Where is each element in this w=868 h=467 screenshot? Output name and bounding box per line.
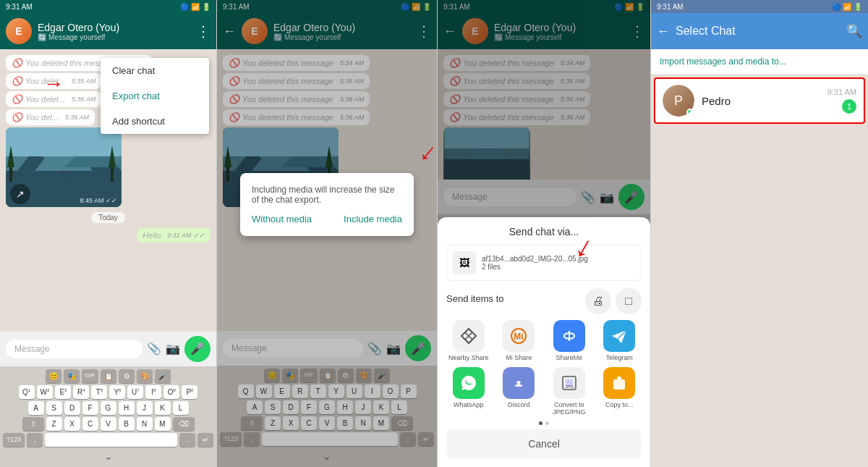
pedro-name: Pedro xyxy=(702,95,820,107)
kb-sticker[interactable]: 🎭 xyxy=(64,369,80,383)
kb-s[interactable]: S xyxy=(46,401,62,415)
kb-m[interactable]: M xyxy=(155,417,171,431)
btn-without-media[interactable]: Without media xyxy=(252,214,312,224)
kb-c[interactable]: C xyxy=(82,417,98,431)
export-modal-text: Including media will increase the size o… xyxy=(252,185,402,205)
kb-f[interactable]: F xyxy=(82,401,98,415)
discord-icon xyxy=(503,367,535,399)
app-copy-to[interactable]: Copy to... xyxy=(597,367,642,416)
send-sheet: Send chat via... 🖼 af13b4...abd0d2_IMG-2… xyxy=(438,217,650,467)
share-icon[interactable]: ↗ xyxy=(10,184,30,204)
kb-enter[interactable]: ↵ xyxy=(197,433,213,447)
kb-e[interactable]: E3 xyxy=(55,385,71,399)
kb-del[interactable]: ⌫ xyxy=(173,417,195,431)
kb-u[interactable]: U7 xyxy=(127,385,143,399)
kb-d[interactable]: D xyxy=(64,401,80,415)
app-shareme[interactable]: ShareMe xyxy=(547,320,592,361)
header-info-1: Edgar Otero (You) 🔄 Message yourself xyxy=(38,22,190,41)
kb-i[interactable]: I8 xyxy=(145,385,161,399)
kb-mic2[interactable]: 🎤 xyxy=(155,369,171,383)
contact-pedro[interactable]: P Pedro 9:31 AM 1 xyxy=(654,77,865,124)
copy-to-label: Copy to... xyxy=(605,401,634,408)
discord-label: Discord xyxy=(508,401,530,408)
sent-msg: Hello 9:31 AM ✓✓ xyxy=(137,228,210,243)
app-grid: Nearby Share Mi Mi Share xyxy=(446,320,642,361)
mi-share-label: Mi Share xyxy=(506,354,532,361)
kb-settings[interactable]: ⚙ xyxy=(119,369,135,383)
kb-emoji[interactable]: 😊 xyxy=(46,369,61,383)
kb-o[interactable]: O9 xyxy=(163,385,179,399)
file-thumb-icon: 🖼 xyxy=(453,251,476,274)
context-add-shortcut[interactable]: Add shortcut xyxy=(101,109,209,134)
message-input-1[interactable]: Message xyxy=(6,340,142,358)
kb-num-toggle[interactable]: ?123 xyxy=(3,433,25,447)
attach-icon-1[interactable]: 📎 xyxy=(147,342,161,355)
context-clear-chat[interactable]: Clear chat xyxy=(101,58,209,83)
kb-period[interactable]: . xyxy=(179,433,195,447)
kb-q[interactable]: Q1 xyxy=(19,385,35,399)
kb-w[interactable]: W2 xyxy=(37,385,54,399)
file-info: af13b4...abd0d2_IMG-20...05.jpg 2 files xyxy=(482,255,588,271)
panel-2-export-modal: 9:31 AM 🔵 📶 🔋 ← E Edgar Otero (You) 🔄 Me… xyxy=(217,0,438,467)
kb-row-num: 😊 🎭 GIF 📋 ⚙ 🎨 🎤 xyxy=(3,369,213,383)
camera-icon-1[interactable]: 📷 xyxy=(166,342,180,355)
time-1: 9:31 AM xyxy=(6,3,33,11)
arrow-2: ↓ xyxy=(414,136,438,168)
kb-h[interactable]: H xyxy=(119,401,135,415)
mi-share-icon: Mi xyxy=(503,320,535,352)
kb-j[interactable]: J xyxy=(137,401,153,415)
kb-n[interactable]: N xyxy=(137,417,153,431)
app-mi-share[interactable]: Mi Mi Share xyxy=(497,320,542,361)
mic-btn-1[interactable]: 🎤 xyxy=(184,336,210,362)
share-copy-btn[interactable]: □ xyxy=(616,288,642,314)
share-link-btn[interactable]: 🖨 xyxy=(585,288,611,314)
nearby-share-icon xyxy=(453,320,485,352)
kb-p[interactable]: P0 xyxy=(182,385,197,399)
contact-info-pedro: Pedro xyxy=(702,95,820,107)
kb-z[interactable]: Z xyxy=(46,417,62,431)
whatsapp-icon xyxy=(453,367,485,399)
kb-more[interactable]: 🎨 xyxy=(137,369,153,383)
kb-k[interactable]: K xyxy=(155,401,171,415)
select-chat-title: Select Chat xyxy=(676,25,841,38)
btn-include-media[interactable]: Include media xyxy=(344,214,402,224)
app-telegram[interactable]: Telegram xyxy=(597,320,642,361)
search-icon-4[interactable]: 🔍 xyxy=(846,23,862,39)
app-convert[interactable]: JPG Convert to JPEG/PNG xyxy=(547,367,592,416)
kb-t[interactable]: T5 xyxy=(91,385,107,399)
kb-b[interactable]: B xyxy=(119,417,135,431)
modal-container: ↓ Including media will increase the size… xyxy=(217,0,437,467)
pedro-avatar: P xyxy=(663,85,694,117)
kb-clipboard[interactable]: 📋 xyxy=(101,369,116,383)
kb-gif[interactable]: GIF xyxy=(82,369,98,383)
kb-y[interactable]: Y6 xyxy=(109,385,125,399)
whatsapp-label: WhatsApp xyxy=(454,401,484,408)
chat-bottom-1: Message 📎 📷 🎤 xyxy=(0,332,216,366)
kb-a[interactable]: A xyxy=(28,401,44,415)
import-banner[interactable]: Import messages and media to... xyxy=(651,49,868,75)
svg-point-29 xyxy=(520,383,522,385)
more-options-1[interactable]: ⋮ xyxy=(196,22,210,40)
avatar-1: E xyxy=(6,18,32,44)
sheet-title: Send chat via... xyxy=(446,226,642,237)
kb-g[interactable]: G xyxy=(101,401,116,415)
app-nearby-share[interactable]: Nearby Share xyxy=(446,320,491,361)
kb-shift[interactable]: ⇧ xyxy=(22,417,44,431)
kb-r[interactable]: R4 xyxy=(73,385,89,399)
context-export-chat[interactable]: Export chat xyxy=(101,83,209,109)
kb-v[interactable]: V xyxy=(101,417,116,431)
panel-4-select-chat: 9:31 AM 🔵 📶 🔋 ← Select Chat 🔍 Import mes… xyxy=(651,0,868,467)
kb-space[interactable] xyxy=(45,433,177,447)
pedro-time: 9:31 AM xyxy=(827,88,856,96)
nearby-share-label: Nearby Share xyxy=(448,354,489,361)
kb-x[interactable]: X xyxy=(64,417,80,431)
back-arrow-4[interactable]: ← xyxy=(657,24,670,39)
kb-l[interactable]: L xyxy=(173,401,189,415)
time-4: 9:31 AM xyxy=(657,3,684,11)
app-discord[interactable]: Discord xyxy=(497,367,542,416)
app-whatsapp[interactable]: WhatsApp xyxy=(446,367,491,416)
kb-comma[interactable]: , xyxy=(27,433,43,447)
cancel-btn[interactable]: Cancel xyxy=(446,429,642,458)
status-bar-1: 9:31 AM 🔵 📶 🔋 xyxy=(0,0,216,13)
file-preview: 🖼 af13b4...abd0d2_IMG-20...05.jpg 2 file… xyxy=(446,245,642,281)
